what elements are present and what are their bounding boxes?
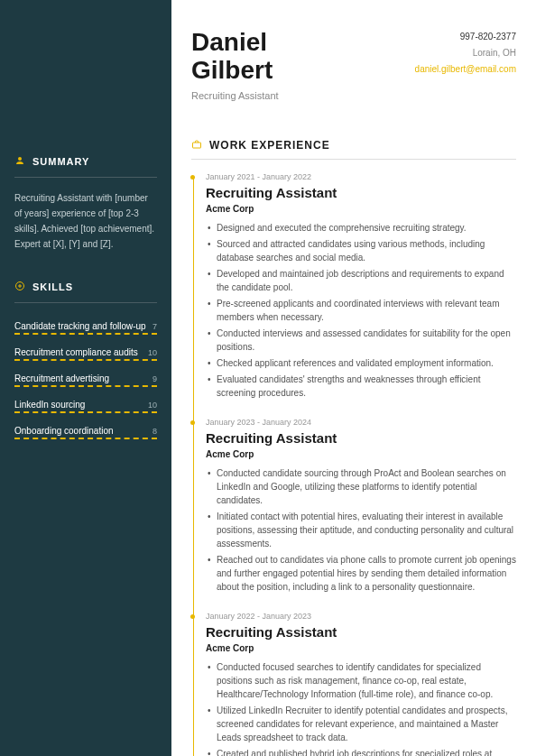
sidebar: SUMMARY Recruiting Assistant with [numbe… xyxy=(0,0,171,756)
job-bullet: Utilized LinkedIn Recruiter to identify … xyxy=(217,704,516,744)
job-bullet: Created and published hybrid job descrip… xyxy=(217,747,516,756)
header-row: Daniel Gilbert Recruiting Assistant 997-… xyxy=(191,29,516,101)
contact-block: 997-820-2377 Lorain, OH daniel.gilbert@e… xyxy=(415,29,516,101)
job-bullet: Developed and maintained job description… xyxy=(217,267,516,294)
skill-name: Recruitment compliance audits xyxy=(14,347,138,357)
contact-location: Lorain, OH xyxy=(415,45,516,61)
job-role: Recruiting Assistant xyxy=(206,185,516,200)
job-entry: January 2023 - January 2024Recruiting As… xyxy=(206,418,516,594)
skill-bar xyxy=(14,438,157,439)
skill-rating: 7 xyxy=(152,322,157,331)
job-entry: January 2021 - January 2022Recruiting As… xyxy=(206,172,516,400)
job-bullet: Checked applicant references and validat… xyxy=(217,356,516,370)
person-icon xyxy=(14,153,25,170)
skill-rating: 10 xyxy=(148,401,157,410)
timeline: January 2021 - January 2022Recruiting As… xyxy=(191,172,516,756)
skill-item: Recruitment compliance audits10 xyxy=(14,342,157,359)
skill-item: Onboarding coordination8 xyxy=(14,420,157,438)
main-content: Daniel Gilbert Recruiting Assistant 997-… xyxy=(171,0,536,756)
skills-title: SKILLS xyxy=(32,281,73,292)
job-dates: January 2023 - January 2024 xyxy=(206,418,516,427)
skill-item: Recruitment advertising9 xyxy=(14,368,157,385)
work-header: WORK EXPERIENCE xyxy=(191,137,516,160)
contact-phone: 997-820-2377 xyxy=(415,29,516,45)
skill-name: LinkedIn sourcing xyxy=(14,400,85,410)
skill-item: Candidate tracking and follow-up7 xyxy=(14,316,157,333)
job-bullet: Designed and executed the comprehensive … xyxy=(217,221,516,235)
svg-point-0 xyxy=(18,157,22,161)
contact-email: daniel.gilbert@email.com xyxy=(415,61,516,78)
skill-item: LinkedIn sourcing10 xyxy=(14,394,157,411)
job-bullet: Initiated contact with potential hires, … xyxy=(217,510,516,550)
skill-name: Onboarding coordination xyxy=(14,426,114,436)
first-name: Daniel xyxy=(191,29,279,57)
job-bullet: Evaluated candidates' strengths and weak… xyxy=(217,373,516,400)
skill-rating: 10 xyxy=(148,348,157,357)
skills-header: SKILLS xyxy=(14,279,157,303)
skill-name: Recruitment advertising xyxy=(14,373,109,383)
job-role: Recruiting Assistant xyxy=(206,624,516,640)
job-role: Recruiting Assistant xyxy=(206,430,516,446)
skill-rating: 9 xyxy=(152,374,157,383)
summary-title: SUMMARY xyxy=(32,156,89,167)
skill-rating: 8 xyxy=(152,427,157,436)
skill-bar xyxy=(14,385,157,387)
job-bullet: Pre-screened applicants and coordinated … xyxy=(217,297,516,324)
plus-circle-icon xyxy=(14,279,25,295)
skill-bar xyxy=(14,359,157,361)
job-title: Recruiting Assistant xyxy=(191,90,279,101)
job-bullet: Conducted candidate sourcing through Pro… xyxy=(217,466,516,507)
summary-header: SUMMARY xyxy=(14,153,157,178)
svg-rect-2 xyxy=(193,143,201,148)
job-dates: January 2021 - January 2022 xyxy=(206,172,516,181)
job-bullet: Sourced and attracted candidates using v… xyxy=(217,237,516,264)
job-bullets: Conducted candidate sourcing through Pro… xyxy=(206,466,516,594)
skill-name: Candidate tracking and follow-up xyxy=(14,321,146,331)
skill-bar xyxy=(14,333,157,335)
job-bullet: Conducted interviews and assessed candid… xyxy=(217,327,516,354)
job-company: Acme Corp xyxy=(206,449,516,459)
job-dates: January 2022 - January 2023 xyxy=(206,612,516,621)
job-bullets: Designed and executed the comprehensive … xyxy=(206,221,516,400)
work-title: WORK EXPERIENCE xyxy=(209,139,330,152)
skill-bar xyxy=(14,411,157,413)
job-entry: January 2022 - January 2023Recruiting As… xyxy=(206,612,516,756)
job-bullet: Reached out to candidates via phone call… xyxy=(217,553,516,594)
job-company: Acme Corp xyxy=(206,204,516,214)
skills-list: Candidate tracking and follow-up7Recruit… xyxy=(14,316,157,439)
job-company: Acme Corp xyxy=(206,643,516,653)
last-name: Gilbert xyxy=(191,57,279,85)
job-bullet: Conducted focused searches to identify c… xyxy=(217,660,516,701)
briefcase-icon xyxy=(191,137,202,153)
job-bullets: Conducted focused searches to identify c… xyxy=(206,660,516,756)
summary-text: Recruiting Assistant with [number of yea… xyxy=(14,190,157,252)
name-block: Daniel Gilbert Recruiting Assistant xyxy=(191,29,279,101)
